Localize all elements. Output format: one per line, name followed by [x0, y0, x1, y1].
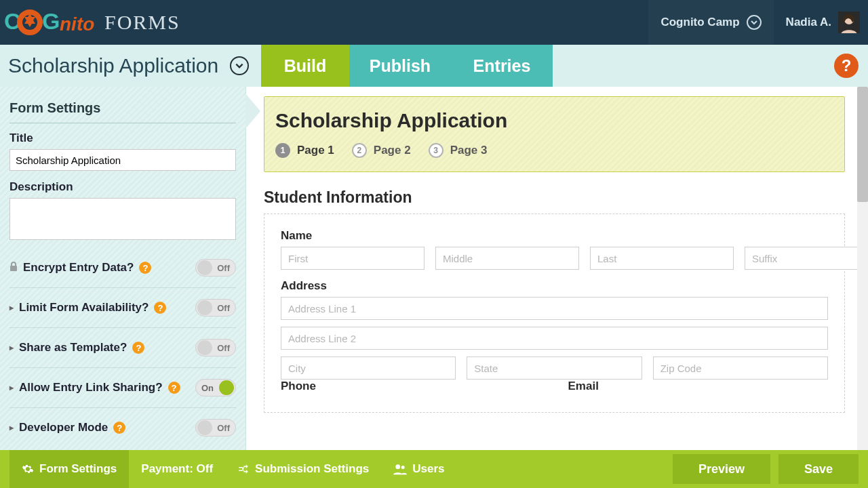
toggle[interactable]: Off	[195, 259, 236, 277]
brand-logo: C G nito FORMS	[4, 7, 228, 37]
svg-point-9	[401, 466, 405, 469]
sub-bar: Scholarship Application Build Publish En…	[0, 45, 868, 87]
setting-label: Encrypt Entry Data?	[23, 261, 134, 274]
zip-input[interactable]	[653, 357, 828, 380]
bottom-submission-settings[interactable]: Submission Settings	[225, 450, 381, 488]
help-icon[interactable]: ?	[834, 54, 859, 78]
state-input[interactable]	[467, 357, 642, 380]
page-number-badge: 2	[352, 143, 367, 158]
page-label: Page 1	[297, 144, 334, 157]
avatar	[838, 12, 860, 33]
page-tab[interactable]: 1Page 1	[275, 143, 334, 158]
user-menu[interactable]: Nadia A.	[774, 0, 868, 45]
org-name: Cognito Camp	[660, 16, 739, 29]
field-label-phone: Phone	[281, 380, 541, 393]
svg-text:nito: nito	[60, 14, 94, 35]
name-first-input[interactable]	[281, 247, 425, 270]
toggle-label: Off	[217, 263, 230, 273]
svg-text:G: G	[42, 8, 60, 34]
page-label: Page 2	[374, 144, 411, 157]
name-middle-input[interactable]	[435, 247, 579, 270]
chevron-down-icon	[230, 56, 249, 75]
toggle-label: Off	[217, 303, 230, 313]
page-tabs: 1Page 12Page 23Page 3	[275, 143, 833, 158]
help-icon[interactable]: ?	[168, 382, 180, 394]
page-number-badge: 3	[429, 143, 443, 158]
caret-right-icon: ▸	[9, 343, 14, 352]
field-label-email: Email	[568, 380, 829, 393]
page-number-badge: 1	[275, 143, 290, 158]
description-input[interactable]	[9, 198, 236, 240]
header-right: Cognito Camp Nadia A.	[648, 0, 868, 45]
toggle-label: On	[201, 383, 214, 393]
page-tab[interactable]: 2Page 2	[352, 143, 411, 158]
user-name: Nadia A.	[786, 16, 831, 29]
bottom-form-settings[interactable]: Form Settings	[9, 450, 129, 488]
address-line2-input[interactable]	[281, 327, 828, 350]
panel-title: Form Settings	[9, 96, 236, 123]
help-icon[interactable]: ?	[139, 262, 151, 274]
setting-label: Share as Template?	[19, 341, 127, 354]
title-input[interactable]	[9, 149, 236, 171]
tab-build[interactable]: Build	[261, 45, 349, 87]
address-line1-input[interactable]	[281, 297, 828, 320]
help-icon[interactable]: ?	[132, 342, 144, 354]
toggle[interactable]: Off	[195, 339, 236, 357]
toggle-label: Off	[217, 343, 230, 353]
svg-text:FORMS: FORMS	[104, 11, 180, 33]
toggle-label: Off	[217, 423, 230, 433]
setting-row[interactable]: ▸Developer Mode?Off	[9, 408, 236, 447]
preview-button[interactable]: Preview	[673, 454, 770, 484]
bottom-bar: Form Settings Payment: Off Submission Se…	[0, 450, 868, 488]
chevron-down-icon	[747, 15, 762, 30]
setting-label: Developer Mode	[19, 421, 108, 434]
svg-rect-7	[10, 266, 17, 271]
tab-entries[interactable]: Entries	[451, 45, 553, 87]
svg-point-8	[396, 464, 401, 469]
toggle[interactable]: On	[195, 379, 236, 396]
field-label-name: Name	[281, 229, 828, 243]
scrollbar-thumb[interactable]	[857, 87, 868, 202]
setting-row[interactable]: ▸Limit Form Availability??Off	[9, 288, 236, 328]
name-last-input[interactable]	[590, 247, 734, 270]
tab-publish[interactable]: Publish	[349, 45, 451, 87]
bottom-users[interactable]: Users	[381, 450, 456, 488]
page-tab[interactable]: 3Page 3	[429, 143, 488, 158]
title-label: Title	[9, 131, 236, 145]
form-title: Scholarship Application	[275, 109, 833, 132]
caret-right-icon: ▸	[9, 303, 14, 312]
main-area: Form Settings Title Description Encrypt …	[0, 87, 868, 450]
shuffle-icon	[237, 463, 250, 475]
field-label-address: Address	[281, 279, 828, 293]
form-canvas: Scholarship Application 1Page 12Page 23P…	[246, 87, 868, 450]
setting-row[interactable]: ▸Allow Entry Link Sharing??On	[9, 368, 236, 408]
setting-row[interactable]: Encrypt Entry Data??Off	[9, 248, 236, 288]
gear-icon	[22, 463, 34, 475]
description-label: Description	[9, 180, 236, 194]
city-input[interactable]	[281, 357, 456, 380]
settings-sidebar: Form Settings Title Description Encrypt …	[0, 87, 246, 450]
top-bar: C G nito FORMS Cognito Camp Nadia A.	[0, 0, 868, 45]
page-label: Page 3	[450, 144, 488, 157]
save-button[interactable]: Save	[778, 454, 859, 484]
toggle[interactable]: Off	[195, 299, 236, 317]
scrollbar-track[interactable]	[857, 87, 868, 450]
form-header-card[interactable]: Scholarship Application 1Page 12Page 23P…	[264, 96, 845, 172]
section-title: Student Information	[264, 188, 845, 207]
setting-row[interactable]: ▸Share as Template??Off	[9, 328, 236, 368]
name-suffix-input[interactable]	[745, 247, 868, 270]
help-icon[interactable]: ?	[113, 422, 125, 434]
caret-right-icon: ▸	[9, 423, 14, 432]
caret-right-icon: ▸	[9, 383, 14, 392]
lock-icon	[9, 261, 18, 274]
org-selector[interactable]: Cognito Camp	[648, 0, 773, 45]
toggle[interactable]: Off	[195, 419, 236, 436]
setting-label: Limit Form Availability?	[19, 301, 149, 314]
field-block[interactable]: Name Address Phone	[264, 214, 845, 413]
bottom-payment[interactable]: Payment: Off	[129, 450, 225, 488]
help-icon[interactable]: ?	[154, 302, 166, 314]
main-tabs: Build Publish Entries	[261, 45, 553, 87]
setting-label: Allow Entry Link Sharing?	[19, 381, 163, 394]
users-icon	[393, 463, 407, 475]
form-name-selector[interactable]: Scholarship Application	[0, 45, 261, 87]
